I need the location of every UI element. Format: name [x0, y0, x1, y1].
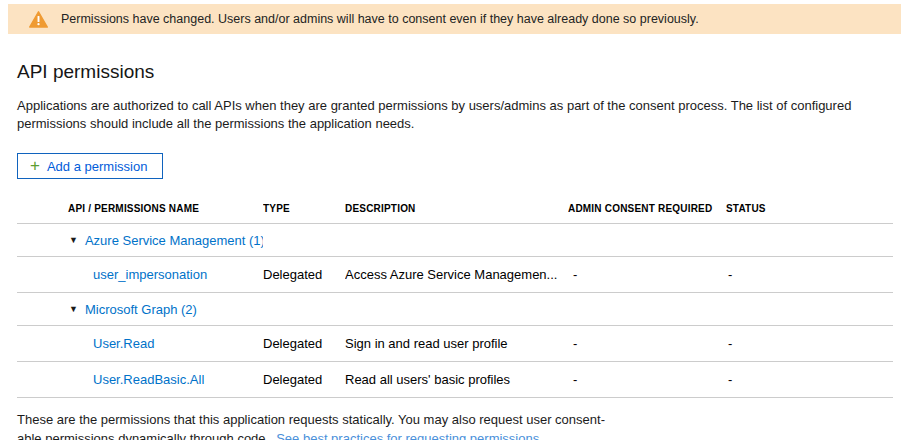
- permission-link[interactable]: User.ReadBasic.All: [93, 372, 204, 387]
- table-row: User.ReadDelegatedSign in and read user …: [17, 326, 893, 362]
- plus-icon: +: [30, 157, 40, 174]
- permission-link[interactable]: user_impersonation: [93, 267, 207, 282]
- permissions-table-header: API / PERMISSIONS NAME TYPE DESCRIPTION …: [17, 193, 893, 223]
- admin-consent-cell: -: [568, 372, 726, 387]
- admin-consent-cell: -: [568, 336, 726, 351]
- permissions-table-body: ▼Azure Service Management (1)user_impers…: [17, 223, 893, 398]
- permission-description-cell: Access Azure Service Managemen...: [345, 267, 568, 282]
- header-admin-consent-required: ADMIN CONSENT REQUIRED: [568, 203, 726, 214]
- api-group-link[interactable]: Azure Service Management (1): [85, 233, 263, 248]
- permission-type-cell: Delegated: [263, 336, 345, 351]
- add-permission-label: Add a permission: [47, 159, 147, 174]
- add-permission-button[interactable]: + Add a permission: [17, 153, 163, 179]
- header-type: TYPE: [263, 203, 345, 214]
- banner-message: Permissions have changed. Users and/or a…: [61, 12, 699, 26]
- table-row-group: ▼Microsoft Graph (2): [17, 293, 893, 326]
- table-row: User.ReadBasic.AllDelegatedRead all user…: [17, 362, 893, 398]
- page-description: Applications are authorized to call APIs…: [17, 97, 883, 133]
- status-cell: -: [726, 336, 893, 351]
- header-api-permissions-name: API / PERMISSIONS NAME: [17, 203, 263, 214]
- table-row: user_impersonationDelegatedAccess Azure …: [17, 257, 893, 293]
- group-name-cell: ▼Microsoft Graph (2): [17, 302, 263, 317]
- permissions-table: API / PERMISSIONS NAME TYPE DESCRIPTION …: [17, 193, 893, 398]
- header-status: STATUS: [726, 203, 893, 214]
- collapse-triangle-icon[interactable]: ▼: [69, 236, 78, 245]
- permission-name-cell: user_impersonation: [17, 267, 263, 282]
- permission-link[interactable]: User.Read: [93, 336, 154, 351]
- collapse-triangle-icon[interactable]: ▼: [69, 305, 78, 314]
- permissions-changed-banner: Permissions have changed. Users and/or a…: [8, 4, 901, 34]
- note-line-2: able permissions dynamically through cod…: [17, 431, 269, 440]
- permission-description-cell: Sign in and read user profile: [345, 336, 568, 351]
- permission-name-cell: User.Read: [17, 336, 263, 351]
- group-name-cell: ▼Azure Service Management (1): [17, 233, 263, 248]
- api-permissions-panel: API permissions Applications are authori…: [0, 61, 901, 440]
- permission-type-cell: Delegated: [263, 267, 345, 282]
- api-group-link[interactable]: Microsoft Graph (2): [85, 302, 197, 317]
- permission-type-cell: Delegated: [263, 372, 345, 387]
- note-line-1: These are the permissions that this appl…: [17, 412, 605, 427]
- permission-description-cell: Read all users' basic profiles: [345, 372, 568, 387]
- best-practices-link[interactable]: See best practices for requesting permis…: [276, 431, 539, 440]
- table-row-group: ▼Azure Service Management (1): [17, 224, 893, 257]
- static-permissions-note: These are the permissions that this appl…: [17, 411, 893, 440]
- admin-consent-cell: -: [568, 267, 726, 282]
- page-title: API permissions: [17, 61, 893, 83]
- header-description: DESCRIPTION: [345, 203, 568, 214]
- status-cell: -: [726, 372, 893, 387]
- warning-icon: [29, 11, 48, 28]
- permission-name-cell: User.ReadBasic.All: [17, 372, 263, 387]
- status-cell: -: [726, 267, 893, 282]
